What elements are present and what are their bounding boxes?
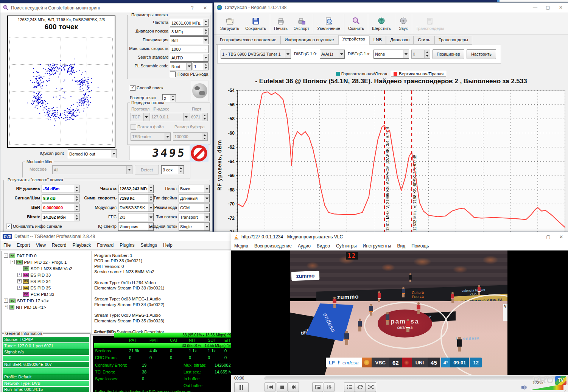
minimize-button[interactable]: — (529, 233, 542, 241)
playlist-button[interactable] (344, 382, 355, 392)
tree-item[interactable]: +NINIT PID 16 <1> (2, 304, 91, 310)
ip-select[interactable]: 127.0.0.1 (150, 113, 189, 121)
update-signal-info-checkbox[interactable]: ✓ (6, 224, 12, 229)
diseqc1x-select[interactable]: None (373, 50, 409, 59)
pid-tree-panel[interactable]: -PAPAT PID 0-PMPMT PID 32 - Progr. 1SDSD… (1, 251, 91, 333)
toolbar-button-open-folder[interactable]: Загрузить (217, 12, 242, 34)
vlc-menu-item[interactable]: Аудио (295, 242, 314, 250)
param-combo[interactable]: 1000⌄ (170, 45, 209, 53)
tree-expander-icon[interactable]: + (4, 299, 8, 303)
tree-expander-icon[interactable]: - (11, 260, 15, 264)
result-select[interactable]: Длинный (179, 194, 210, 202)
tab-tab4[interactable]: Диапазон (386, 36, 414, 45)
crazyscan-titlebar[interactable]: CrazyScan - Версия 1.0.2.138 — ▢ ✕ (214, 3, 568, 12)
pls-search-checkbox[interactable] (170, 72, 176, 77)
legend-item-horizontal[interactable]: Горизонтальная/Левая (336, 72, 387, 76)
tree-expander-icon[interactable]: - (4, 254, 8, 258)
tree-expander-icon[interactable]: + (17, 286, 22, 290)
menu-item-record[interactable]: Record (49, 241, 70, 249)
menu-item-file[interactable]: File (0, 241, 14, 249)
menu-item-view[interactable]: View (33, 241, 49, 249)
position-spinner[interactable]: 0 (411, 50, 430, 59)
vlc-titlebar[interactable]: http://127.0.0.1:1234 - Медиапроигрывате… (231, 232, 568, 242)
seek-bar[interactable] (265, 376, 559, 380)
tree-item[interactable]: SDSDT: LN23 8MM Via2 (2, 265, 91, 272)
tree-item[interactable]: +ESES PID 34 (2, 278, 91, 285)
video-area[interactable]: 12 zummo zummo Cultura Fuerza valencia b… (231, 250, 568, 375)
result-select[interactable]: CCM (179, 204, 210, 212)
next-button[interactable] (288, 382, 299, 392)
close-button[interactable]: ✕ (554, 3, 567, 12)
program-info-panel[interactable]: Program Number: 1PCR on PID 33 (0x0021)P… (92, 251, 233, 335)
result-spinner[interactable]: 9,9 dB (42, 194, 79, 202)
positioner-button[interactable]: Позиционер (433, 49, 464, 59)
toolbar-button-scan-magnifier[interactable]: Сканить (345, 12, 367, 34)
vlc-menu-item[interactable]: Помощь (408, 242, 432, 250)
param-spinner[interactable]: 12631,000 МГц (170, 19, 209, 27)
tree-item[interactable]: -PAPAT PID 0 (2, 252, 91, 259)
vlc-menu-item[interactable]: Субтитры (333, 242, 360, 250)
tab-tab5[interactable]: Стиль (414, 36, 434, 45)
toolbar-button-print[interactable]: Печать (271, 12, 291, 34)
tree-item[interactable]: PCPCR PID 33 (2, 291, 91, 297)
tuner-select[interactable]: 1 - TBS 6908 DVBS/S2 Tuner 1 (221, 50, 291, 59)
tab-tab0[interactable]: Географическое положение (216, 36, 280, 45)
toolbar-button-globe-scan[interactable]: Шерстить (369, 12, 394, 34)
vlc-menu-item[interactable]: Вид (394, 242, 408, 250)
modcode-select[interactable]: All (52, 165, 132, 174)
vlc-menu-item[interactable]: Видео (314, 242, 333, 250)
tree-item[interactable]: +SDSDT PID 17 <1> (2, 297, 91, 304)
configure-button[interactable]: Настроить (467, 49, 496, 59)
maximize-button[interactable]: ▢ (542, 3, 554, 12)
detect-button[interactable]: Detect (135, 165, 159, 174)
tree-expander-icon[interactable]: + (4, 305, 8, 309)
param-select[interactable]: AUTO (170, 54, 209, 62)
legend-item-vertical[interactable]: Вертикальная/Правая (391, 71, 446, 77)
menu-item-plugins[interactable]: Plugins (117, 241, 137, 249)
pl-scramble-spinner[interactable]: 1 (193, 62, 209, 70)
pl-scramble-select[interactable]: Root (170, 62, 192, 70)
reader-select[interactable]: TSReader (131, 132, 171, 141)
detect-interval-spinner[interactable]: 3 сек (161, 165, 184, 174)
minimize-button[interactable]: — (529, 3, 542, 12)
tree-expander-icon[interactable]: + (17, 279, 22, 283)
stop-button[interactable] (277, 382, 288, 392)
toolbar-button-save-floppy[interactable]: Сохранить (242, 12, 269, 34)
stream-to-file-checkbox[interactable] (131, 124, 136, 130)
menu-item-settings[interactable]: Settings (138, 241, 160, 249)
pause-button[interactable] (234, 382, 249, 392)
diseqc10-select[interactable]: A/A(1) (320, 50, 345, 59)
toolbar-button-zoom-page[interactable]: Увеличение (314, 12, 343, 34)
vlc-menu-item[interactable]: Медиа (231, 242, 251, 250)
maximize-button[interactable]: ▢ (542, 233, 555, 241)
vlc-menu-item[interactable]: Инструменты (360, 242, 394, 250)
constellation-titlebar[interactable]: Поиск несущей и Constellation-мониторинг… (0, 3, 212, 12)
previous-button[interactable] (265, 382, 275, 392)
buffer-size-spinner[interactable]: 100000 (173, 132, 208, 141)
equalizer-button[interactable] (324, 382, 335, 392)
menu-item-help[interactable]: Help (160, 241, 176, 249)
param-select[interactable]: В/П (170, 36, 209, 44)
help-button[interactable]: ? (186, 4, 199, 12)
close-button[interactable]: ✕ (199, 4, 212, 12)
result-spinner[interactable]: 14,262 Мби (42, 213, 79, 221)
stop-button[interactable] (190, 144, 209, 162)
resize-grip[interactable]: ⋰ (564, 388, 568, 392)
protocol-select[interactable]: TCP (131, 113, 149, 121)
speaker-icon[interactable] (521, 385, 527, 390)
shuffle-button[interactable] (365, 382, 376, 392)
result-select[interactable]: Transport (179, 213, 210, 221)
result-spinner[interactable]: -54 dBm (42, 185, 79, 193)
toolbar-button-export[interactable]: Экспорт (291, 12, 312, 34)
tree-item[interactable]: -PMPMT PID 32 - Progr. 1 (2, 259, 91, 265)
blind-search-checkbox[interactable]: ✓ (130, 85, 135, 91)
tree-item[interactable]: +ESES PID 35 (2, 285, 91, 291)
toolbar-button-sound-disc[interactable]: Звук (396, 12, 411, 34)
menu-item-forward[interactable]: Forward (94, 241, 117, 249)
vlc-menu-item[interactable]: Воспроизведение (251, 242, 295, 250)
tree-expander-icon[interactable]: + (17, 273, 22, 277)
close-button[interactable]: ✕ (555, 233, 568, 241)
toolbar-button-transponders[interactable]: Транспондеры (413, 12, 447, 34)
loop-button[interactable] (355, 382, 366, 392)
tree-item[interactable]: +ESES PID 33 (2, 272, 91, 278)
